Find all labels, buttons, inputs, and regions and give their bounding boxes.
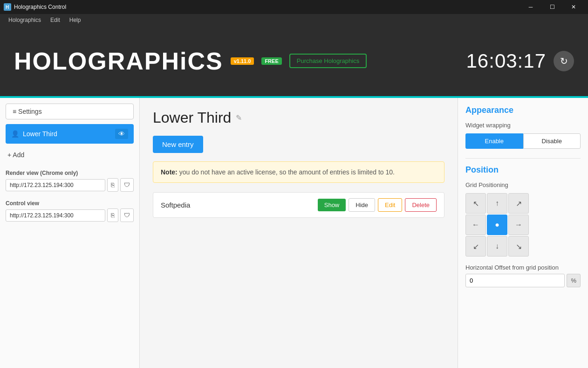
grid-cell-middle-left[interactable]: ← — [465, 215, 486, 235]
grid-cell-top-center[interactable]: ↑ — [487, 193, 507, 214]
settings-button[interactable]: ≡ Settings — [6, 104, 134, 119]
menu-help[interactable]: Help — [65, 16, 86, 24]
main-layout: ≡ Settings 👤 Lower Third 👁 + Add Render … — [0, 98, 588, 368]
widget-wrapping-toggle: Enable Disable — [465, 133, 581, 149]
clock-display: 16:03:17 — [466, 50, 547, 72]
grid-cell-bottom-center[interactable]: ↓ — [487, 236, 507, 257]
appearance-title: Appearance — [465, 105, 581, 115]
free-badge: FREE — [261, 57, 281, 65]
section-divider — [465, 158, 581, 159]
minimize-button[interactable]: ─ — [520, 0, 541, 14]
h-offset-input[interactable] — [465, 274, 565, 287]
control-view-label: Control view — [6, 200, 134, 207]
header-banner: HOLOGRAPHiCS v1.11.0 FREE Purchase Holog… — [0, 26, 588, 98]
control-view-section: Control view ⎘ 🛡 — [6, 200, 134, 222]
entry-name: Softpedia — [161, 201, 190, 209]
offset-unit[interactable]: % — [567, 274, 581, 287]
grid-cell-top-right[interactable]: ↗ — [508, 193, 529, 214]
offset-row: % — [465, 274, 581, 287]
purchase-button[interactable]: Purchase Holographics — [289, 54, 367, 68]
menubar: Holographics Edit Help — [0, 14, 588, 26]
app-logo: HOLOGRAPHiCS — [14, 47, 223, 75]
header-logo-area: HOLOGRAPHiCS v1.11.0 FREE Purchase Holog… — [14, 47, 367, 75]
content-area: Lower Third ✎ New entry Note: you do not… — [140, 98, 458, 368]
grid-cell-middle-center[interactable]: ● — [487, 215, 507, 235]
grid-cell-top-left[interactable]: ↖ — [465, 193, 486, 214]
show-button[interactable]: Show — [318, 199, 346, 211]
app-icon: H — [4, 3, 11, 11]
edit-title-icon[interactable]: ✎ — [236, 113, 242, 122]
close-button[interactable]: ✕ — [563, 0, 584, 14]
titlebar-left: H Holographics Control — [4, 3, 66, 11]
note-text: you do not have an active license, so th… — [178, 168, 395, 176]
control-shield-button[interactable]: 🛡 — [120, 208, 134, 222]
render-url-input[interactable] — [6, 179, 105, 191]
render-shield-button[interactable]: 🛡 — [120, 178, 134, 192]
grid-cell-bottom-right[interactable]: ↘ — [508, 236, 529, 257]
menu-edit[interactable]: Edit — [46, 16, 65, 24]
right-panel: Appearance Widget wrapping Enable Disabl… — [458, 98, 588, 368]
control-url-input[interactable] — [6, 209, 105, 222]
sidebar-lower-third-label: Lower Third — [23, 130, 57, 138]
delete-button[interactable]: Delete — [405, 198, 437, 212]
grid-positioning: ↖↑↗←●→↙↓↘ — [465, 193, 581, 257]
content-title-row: Lower Third ✎ — [153, 109, 444, 126]
note-box: Note: you do not have an active license,… — [153, 161, 444, 183]
edit-button[interactable]: Edit — [378, 198, 402, 212]
render-view-label: Render view (Chrome only) — [6, 170, 134, 176]
table-row: Softpedia Show Hide Edit Delete — [153, 192, 444, 218]
svg-text:H: H — [6, 5, 9, 10]
render-view-section: Render view (Chrome only) ⎘ 🛡 — [6, 170, 134, 192]
version-badge: v1.11.0 — [231, 57, 254, 65]
user-icon: 👤 — [11, 130, 19, 138]
sidebar-item-left: 👤 Lower Third — [11, 130, 57, 138]
grid-cell-bottom-left[interactable]: ↙ — [465, 236, 486, 257]
new-entry-button[interactable]: New entry — [153, 136, 203, 153]
header-right: 16:03:17 ↻ — [466, 50, 574, 72]
sidebar: ≡ Settings 👤 Lower Third 👁 + Add Render … — [0, 98, 140, 368]
render-copy-button[interactable]: ⎘ — [107, 178, 118, 192]
disable-button[interactable]: Disable — [523, 133, 581, 149]
hide-button[interactable]: Hide — [349, 198, 375, 212]
menu-holographics[interactable]: Holographics — [4, 16, 46, 24]
titlebar-title: Holographics Control — [14, 4, 66, 10]
grid-cell-middle-right[interactable]: → — [508, 215, 529, 235]
entry-actions: Show Hide Edit Delete — [318, 198, 437, 212]
add-button[interactable]: + Add — [6, 148, 134, 161]
visibility-toggle-button[interactable]: 👁 — [115, 129, 128, 139]
enable-button[interactable]: Enable — [465, 133, 523, 149]
refresh-button[interactable]: ↻ — [554, 51, 574, 71]
sidebar-item-lower-third[interactable]: 👤 Lower Third 👁 — [6, 124, 134, 144]
maximize-button[interactable]: ☐ — [541, 0, 563, 14]
grid-positioning-label: Grid Positioning — [465, 181, 581, 188]
position-title: Position — [465, 165, 581, 175]
titlebar: H Holographics Control ─ ☐ ✕ — [0, 0, 588, 14]
page-title: Lower Third — [153, 109, 231, 126]
control-copy-button[interactable]: ⎘ — [107, 208, 118, 222]
h-offset-label: Horizontal Offset from grid position — [465, 264, 581, 271]
widget-wrapping-label: Widget wrapping — [465, 122, 581, 129]
titlebar-controls: ─ ☐ ✕ — [520, 0, 584, 14]
control-url-row: ⎘ 🛡 — [6, 208, 134, 222]
note-bold: Note: — [161, 168, 178, 176]
render-url-row: ⎘ 🛡 — [6, 178, 134, 192]
